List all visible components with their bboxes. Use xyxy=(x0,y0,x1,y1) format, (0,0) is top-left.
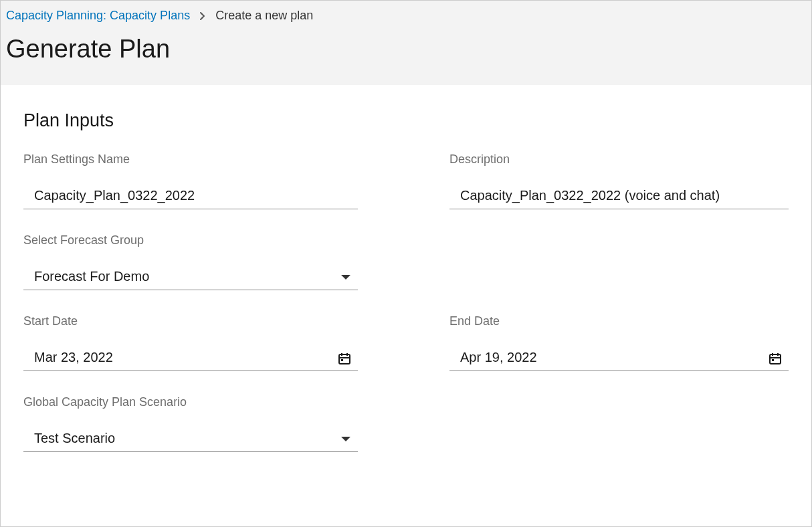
header-region: Capacity Planning: Capacity Plans Create… xyxy=(1,1,811,85)
plan-name-input[interactable] xyxy=(23,184,358,209)
field-scenario: Global Capacity Plan Scenario Test Scena… xyxy=(23,395,363,452)
start-date-input-wrapper[interactable] xyxy=(23,346,358,371)
description-input[interactable] xyxy=(449,184,789,209)
plan-name-label: Plan Settings Name xyxy=(23,152,363,167)
scenario-label: Global Capacity Plan Scenario xyxy=(23,395,363,409)
forecast-group-select[interactable]: Forecast For Demo xyxy=(23,265,358,290)
forecast-group-value: Forecast For Demo xyxy=(23,265,358,290)
start-date-label: Start Date xyxy=(23,314,363,328)
empty-cell xyxy=(449,233,789,290)
start-date-input[interactable] xyxy=(23,346,358,371)
form-grid: Plan Settings Name Description Select Fo… xyxy=(23,152,789,476)
page-title: Generate Plan xyxy=(6,35,806,64)
breadcrumb: Capacity Planning: Capacity Plans Create… xyxy=(6,9,806,23)
end-date-input[interactable] xyxy=(449,346,789,371)
breadcrumb-current: Create a new plan xyxy=(215,9,313,23)
content-region: Plan Inputs Plan Settings Name Descripti… xyxy=(1,85,811,490)
forecast-group-label: Select Forecast Group xyxy=(23,233,363,247)
empty-cell xyxy=(449,395,789,452)
scenario-value: Test Scenario xyxy=(23,427,358,452)
field-start-date: Start Date xyxy=(23,314,363,371)
end-date-input-wrapper[interactable] xyxy=(449,346,789,371)
breadcrumb-link[interactable]: Capacity Planning: Capacity Plans xyxy=(6,9,190,23)
field-description: Description xyxy=(449,152,789,209)
section-title: Plan Inputs xyxy=(23,110,789,131)
field-plan-name: Plan Settings Name xyxy=(23,152,363,209)
field-forecast-group: Select Forecast Group Forecast For Demo xyxy=(23,233,363,290)
chevron-right-icon xyxy=(199,11,206,21)
end-date-label: End Date xyxy=(449,314,789,328)
description-label: Description xyxy=(449,152,789,167)
field-end-date: End Date xyxy=(449,314,789,371)
scenario-select[interactable]: Test Scenario xyxy=(23,427,358,452)
